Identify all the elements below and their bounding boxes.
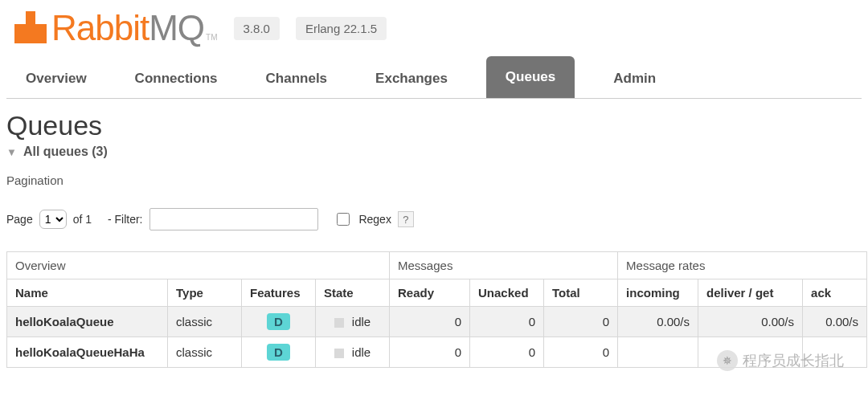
col-features[interactable]: Features	[242, 279, 316, 307]
header: RabbitMQ TM 3.8.0 Erlang 22.1.5	[6, 5, 862, 56]
page-label: Page	[6, 213, 33, 226]
col-name[interactable]: Name	[7, 279, 168, 307]
filter-label: - Filter:	[108, 213, 143, 226]
logo: RabbitMQ TM	[14, 8, 218, 48]
page-title: Queues	[6, 110, 862, 141]
page-select[interactable]: 1	[39, 210, 67, 229]
page-of-label: of 1	[73, 213, 92, 226]
table-group-header: Overview Messages Message rates	[7, 252, 867, 279]
queues-table: Overview Messages Message rates Name Typ…	[6, 251, 867, 368]
trademark-label: TM	[206, 33, 217, 42]
cell-ack	[803, 337, 867, 368]
col-ready[interactable]: Ready	[390, 279, 470, 307]
regex-help-button[interactable]: ?	[398, 211, 414, 227]
brand-name-b: MQ	[149, 8, 204, 47]
filter-input[interactable]	[149, 208, 318, 230]
tab-overview[interactable]: Overview	[16, 59, 96, 98]
logo-icon	[14, 11, 47, 43]
brand-name-a: Rabbit	[51, 8, 149, 47]
queue-type: classic	[168, 337, 242, 368]
cell-deliver-get: 0.00/s	[698, 307, 803, 337]
version-badge: 3.8.0	[234, 17, 280, 40]
tab-exchanges[interactable]: Exchanges	[366, 59, 457, 98]
erlang-badge: Erlang 22.1.5	[296, 17, 387, 40]
section-label: All queues (3)	[23, 145, 108, 159]
cell-unacked: 0	[470, 337, 544, 368]
cell-incoming	[618, 337, 698, 368]
pagination-row: Page 1 of 1 - Filter: Regex ?	[6, 208, 862, 230]
feature-badge-d: D	[267, 313, 290, 330]
tab-connections[interactable]: Connections	[125, 59, 227, 98]
pagination-heading: Pagination	[6, 173, 862, 187]
cell-total: 0	[544, 337, 618, 368]
table-column-header: Name Type Features State Ready Unacked T…	[7, 279, 867, 307]
regex-checkbox[interactable]	[337, 213, 350, 226]
tab-queues[interactable]: Queues	[486, 56, 575, 98]
cell-ready: 0	[390, 337, 470, 368]
queue-name-link[interactable]: helloKoalaQueue	[15, 315, 114, 328]
regex-label: Regex	[358, 213, 391, 226]
col-incoming[interactable]: incoming	[618, 279, 698, 307]
nav-tabs: Overview Connections Channels Exchanges …	[6, 56, 862, 99]
queue-state: idle	[352, 345, 371, 359]
section-all-queues[interactable]: ▼ All queues (3)	[6, 145, 862, 159]
col-deliver-get[interactable]: deliver / get	[698, 279, 803, 307]
group-rates: Message rates	[618, 252, 867, 279]
queue-name-link[interactable]: helloKoalaQueueHaHa	[15, 345, 145, 359]
table-row: helloKoalaQueue classic D idle 0 0 0 0.0…	[7, 307, 867, 337]
col-ack[interactable]: ack	[803, 279, 867, 307]
cell-ready: 0	[390, 307, 470, 337]
cell-unacked: 0	[470, 307, 544, 337]
cell-incoming: 0.00/s	[618, 307, 698, 337]
state-dot-icon	[334, 349, 344, 358]
group-overview: Overview	[7, 252, 390, 279]
col-unacked[interactable]: Unacked	[470, 279, 544, 307]
col-state[interactable]: State	[316, 279, 390, 307]
tab-channels[interactable]: Channels	[256, 59, 338, 98]
cell-total: 0	[544, 307, 618, 337]
queue-type: classic	[168, 307, 242, 337]
group-messages: Messages	[390, 252, 618, 279]
chevron-down-icon: ▼	[6, 146, 17, 158]
logo-text: RabbitMQ	[51, 8, 204, 48]
col-type[interactable]: Type	[168, 279, 242, 307]
cell-ack: 0.00/s	[803, 307, 867, 337]
tab-admin[interactable]: Admin	[604, 59, 665, 98]
table-body: helloKoalaQueue classic D idle 0 0 0 0.0…	[7, 307, 867, 368]
feature-badge-d: D	[267, 344, 290, 361]
queue-state: idle	[352, 315, 371, 328]
cell-deliver-get	[698, 337, 803, 368]
table-row: helloKoalaQueueHaHa classic D idle 0 0 0	[7, 337, 867, 368]
state-dot-icon	[334, 318, 344, 328]
col-total[interactable]: Total	[544, 279, 618, 307]
